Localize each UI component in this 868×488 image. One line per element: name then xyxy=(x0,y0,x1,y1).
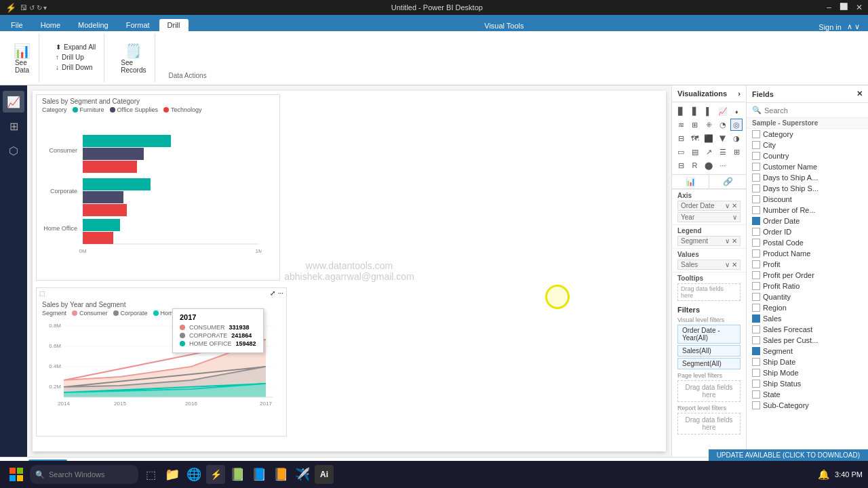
viz-custom1[interactable]: ⬤ xyxy=(703,159,715,171)
viz-100pct-bar[interactable]: ▌ xyxy=(703,105,715,117)
sidebar-model-icon[interactable]: ⬡ xyxy=(3,140,24,161)
viz-area[interactable]: ⬧ xyxy=(730,105,743,117)
drill-down-button[interactable]: ↓ Drill Down xyxy=(53,63,98,72)
title-bar-controls[interactable]: – ⬜ ✕ xyxy=(827,3,863,12)
field-category[interactable]: Category xyxy=(747,129,868,140)
viz-matrix[interactable]: ⊟ xyxy=(675,159,687,171)
task-view-button[interactable]: ⬚ xyxy=(141,465,160,484)
field-product-name[interactable]: Product Name xyxy=(747,248,868,259)
viz-stacked-bar[interactable]: ▊ xyxy=(675,105,687,117)
field-region[interactable]: Region xyxy=(747,302,868,313)
update-notice[interactable]: UPDATE AVAILABLE (CLICK TO DOWNLOAD) xyxy=(709,449,868,461)
canvas[interactable]: www.datantools.com abhishek.agarrwal@gma… xyxy=(33,91,666,451)
axis-sub-value[interactable]: Year ∨ xyxy=(677,212,741,222)
taskbar-explorer-icon[interactable]: 📁 xyxy=(163,465,182,484)
viz-funnel[interactable]: ⯆ xyxy=(717,132,729,144)
sidebar-report-icon[interactable]: 📈 xyxy=(3,91,24,113)
tab-modeling[interactable]: Modeling xyxy=(70,19,117,31)
field-discount[interactable]: Discount xyxy=(747,194,868,205)
field-sub-category[interactable]: Sub-Category xyxy=(747,400,868,411)
field-sales[interactable]: Sales xyxy=(747,313,868,324)
taskbar-telegram-icon[interactable]: ✈️ xyxy=(293,465,312,484)
viz-r-visual[interactable]: R xyxy=(689,159,701,171)
field-ship-mode[interactable]: Ship Mode xyxy=(747,367,868,378)
tab-file[interactable]: File xyxy=(3,19,31,31)
legend-value[interactable]: Segment ∨ ✕ xyxy=(677,236,741,246)
chart2-container[interactable]: ⬚ ⤢ ··· Sales by Year and Segment Segmen… xyxy=(36,287,287,436)
field-postal-code[interactable]: Postal Code xyxy=(747,237,868,248)
field-city[interactable]: City xyxy=(747,140,868,150)
viz-waterfall[interactable]: ⊞ xyxy=(689,119,701,131)
field-quantity[interactable]: Quantity xyxy=(747,291,868,302)
field-sales-forecast[interactable]: Sales Forecast xyxy=(747,324,868,335)
chart2-more-icon[interactable]: ··· xyxy=(278,289,283,297)
taskbar-ppt-icon[interactable]: 📙 xyxy=(271,465,290,484)
expand-all-button[interactable]: ⬍ Expand All xyxy=(53,43,98,52)
drill-up-button[interactable]: ↑ Drill Up xyxy=(53,53,98,62)
viz-donut[interactable]: ◎ xyxy=(730,119,743,131)
viz-kpi[interactable]: ↗ xyxy=(703,146,715,158)
field-order-date[interactable]: Order Date xyxy=(747,216,868,226)
taskbar-excel-icon[interactable]: 📗 xyxy=(228,465,247,484)
taskbar-chrome-icon[interactable]: 🌐 xyxy=(184,465,203,484)
chart2-resize-icon[interactable]: ⬚ xyxy=(39,290,45,297)
field-country[interactable]: Country xyxy=(747,150,868,161)
taskbar-ai-icon[interactable]: Ai xyxy=(315,465,334,484)
viz-treemap[interactable]: ⊟ xyxy=(675,132,687,144)
field-num-re[interactable]: Number of Re... xyxy=(747,205,868,216)
viz-format-tab[interactable]: 🔗 xyxy=(709,175,746,188)
filter3[interactable]: Segment(All) xyxy=(677,358,741,369)
viz-custom2[interactable]: ··· xyxy=(717,159,729,171)
taskbar-word-icon[interactable]: 📘 xyxy=(250,465,269,484)
tab-home[interactable]: Home xyxy=(33,19,68,31)
sidebar-data-icon[interactable]: ⊞ xyxy=(3,115,24,137)
axis-sub-icon[interactable]: ∨ xyxy=(732,214,737,221)
maximize-button[interactable]: ⬜ xyxy=(840,3,848,12)
sign-in-button[interactable]: Sign in xyxy=(818,23,842,31)
viz-scatter[interactable]: ⁜ xyxy=(703,119,715,131)
search-taskbar-button[interactable]: 🔍 Search Windows xyxy=(30,465,138,484)
tooltips-drop[interactable]: Drag data fields here xyxy=(677,283,741,301)
field-days-ship-a[interactable]: Days to Ship A... xyxy=(747,172,868,183)
start-button[interactable] xyxy=(5,464,27,485)
close-button[interactable]: ✕ xyxy=(856,3,863,12)
tab-format[interactable]: Format xyxy=(118,19,158,31)
page-drop[interactable]: Drag data fields here xyxy=(677,380,741,402)
viz-slicer[interactable]: ☰ xyxy=(717,146,729,158)
viz-gauge[interactable]: ◑ xyxy=(730,132,743,144)
viz-grouped-bar[interactable]: ▋ xyxy=(689,105,701,117)
axis-dropdown-icon[interactable]: ∨ ✕ xyxy=(725,202,737,209)
viz-filled-map[interactable]: ⬛ xyxy=(703,132,715,144)
values-dropdown-icon[interactable]: ∨ ✕ xyxy=(725,261,737,268)
minimize-button[interactable]: – xyxy=(827,3,831,12)
field-ship-date[interactable]: Ship Date xyxy=(747,357,868,367)
field-sales-per-cust[interactable]: Sales per Cust... xyxy=(747,335,868,346)
legend-dropdown-icon[interactable]: ∨ ✕ xyxy=(725,237,737,245)
field-ship-status[interactable]: Ship Status xyxy=(747,378,868,389)
tab-drill[interactable]: Drill xyxy=(159,19,189,31)
chart1-container[interactable]: Sales by Segment and Category Category F… xyxy=(36,94,280,281)
filter1[interactable]: Order Date - Year(All) xyxy=(677,325,741,344)
field-state[interactable]: State xyxy=(747,389,868,400)
notification-icon[interactable]: 🔔 xyxy=(818,469,829,480)
field-profit-per-order[interactable]: Profit per Order xyxy=(747,270,868,281)
see-records-button[interactable]: 🗒️ SeeRecords xyxy=(118,41,149,75)
field-days-ship-s[interactable]: Days to Ship S... xyxy=(747,183,868,194)
viz-line[interactable]: 📈 xyxy=(717,105,729,117)
viz-multi-row-card[interactable]: ▤ xyxy=(689,146,701,158)
viz-map[interactable]: 🗺 xyxy=(689,132,701,144)
viz-panel-expand-icon[interactable]: › xyxy=(738,89,741,98)
field-customer-name[interactable]: Customer Name xyxy=(747,161,868,172)
see-data-button[interactable]: 📊 SeeData xyxy=(11,41,33,75)
viz-pie[interactable]: ◔ xyxy=(717,119,729,131)
viz-card[interactable]: ▭ xyxy=(675,146,687,158)
ribbon-expand-icon[interactable]: ∧ ∨ xyxy=(847,22,860,31)
taskbar-powerbi-icon[interactable]: ⚡ xyxy=(206,465,225,484)
field-segment[interactable]: Segment xyxy=(747,346,868,357)
field-profit[interactable]: Profit xyxy=(747,259,868,270)
report-drop[interactable]: Drag data fields here xyxy=(677,413,741,434)
fields-search-input[interactable] xyxy=(764,106,863,115)
viz-ribbon[interactable]: ≋ xyxy=(675,119,687,131)
field-order-id[interactable]: Order ID xyxy=(747,226,868,237)
filter2[interactable]: Sales(All) xyxy=(677,345,741,357)
